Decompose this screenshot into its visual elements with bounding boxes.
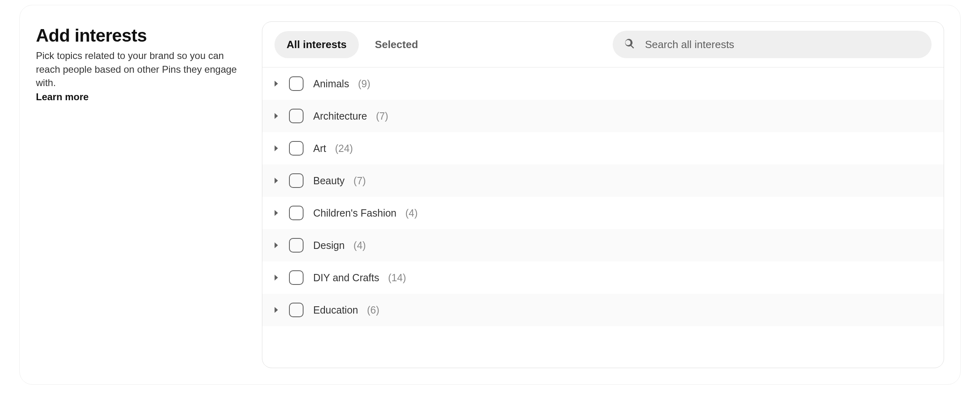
- interest-count: (7): [354, 175, 366, 187]
- chevron-right-icon[interactable]: [270, 77, 283, 90]
- chevron-right-icon[interactable]: [270, 206, 283, 219]
- interest-label: Design: [313, 240, 345, 251]
- interests-picker: All interests Selected Animals (9) Arch: [262, 21, 944, 368]
- interest-row-design: Design (4): [262, 229, 944, 261]
- search-box[interactable]: [613, 31, 932, 58]
- checkbox-design[interactable]: [289, 238, 304, 253]
- interest-label: Art: [313, 143, 326, 154]
- interest-count: (4): [354, 240, 366, 251]
- interest-row-diy-and-crafts: DIY and Crafts (14): [262, 261, 944, 294]
- interest-count: (6): [367, 304, 379, 316]
- interest-label: DIY and Crafts: [313, 272, 379, 284]
- interest-label: Children's Fashion: [313, 207, 396, 219]
- chevron-right-icon[interactable]: [270, 142, 283, 155]
- checkbox-animals[interactable]: [289, 76, 304, 91]
- checkbox-architecture[interactable]: [289, 109, 304, 123]
- picker-header: All interests Selected: [262, 22, 944, 67]
- chevron-right-icon[interactable]: [270, 110, 283, 122]
- learn-more-link[interactable]: Learn more: [36, 91, 89, 102]
- interest-list: Animals (9) Architecture (7) Art (24) Be…: [262, 67, 944, 368]
- interest-row-architecture: Architecture (7): [262, 100, 944, 132]
- chevron-right-icon[interactable]: [270, 174, 283, 187]
- interest-row-animals: Animals (9): [262, 67, 944, 100]
- tabs: All interests Selected: [274, 31, 430, 58]
- checkbox-art[interactable]: [289, 141, 304, 156]
- interest-count: (14): [388, 272, 406, 284]
- chevron-right-icon[interactable]: [270, 271, 283, 284]
- interest-count: (4): [405, 207, 418, 219]
- tab-all-interests[interactable]: All interests: [274, 31, 359, 58]
- page-title: Add interests: [36, 25, 246, 46]
- interest-row-education: Education (6): [262, 294, 944, 326]
- interest-count: (7): [376, 110, 388, 122]
- search-icon: [624, 38, 645, 51]
- sidebar: Add interests Pick topics related to you…: [36, 21, 246, 368]
- page-description: Pick topics related to your brand so you…: [36, 49, 246, 90]
- add-interests-panel: Add interests Pick topics related to you…: [19, 5, 961, 385]
- interest-label: Education: [313, 304, 358, 316]
- interest-count: (24): [335, 143, 353, 154]
- chevron-right-icon[interactable]: [270, 303, 283, 316]
- interest-label: Architecture: [313, 110, 367, 122]
- chevron-right-icon[interactable]: [270, 239, 283, 252]
- interest-count: (9): [358, 78, 371, 90]
- tab-selected[interactable]: Selected: [363, 31, 430, 58]
- interest-label: Beauty: [313, 175, 345, 187]
- interest-row-beauty: Beauty (7): [262, 164, 944, 197]
- search-input[interactable]: [645, 38, 920, 51]
- checkbox-diy-and-crafts[interactable]: [289, 270, 304, 285]
- checkbox-childrens-fashion[interactable]: [289, 206, 304, 220]
- checkbox-education[interactable]: [289, 303, 304, 317]
- interest-row-childrens-fashion: Children's Fashion (4): [262, 197, 944, 229]
- checkbox-beauty[interactable]: [289, 173, 304, 188]
- interest-label: Animals: [313, 78, 349, 90]
- interest-row-art: Art (24): [262, 132, 944, 164]
